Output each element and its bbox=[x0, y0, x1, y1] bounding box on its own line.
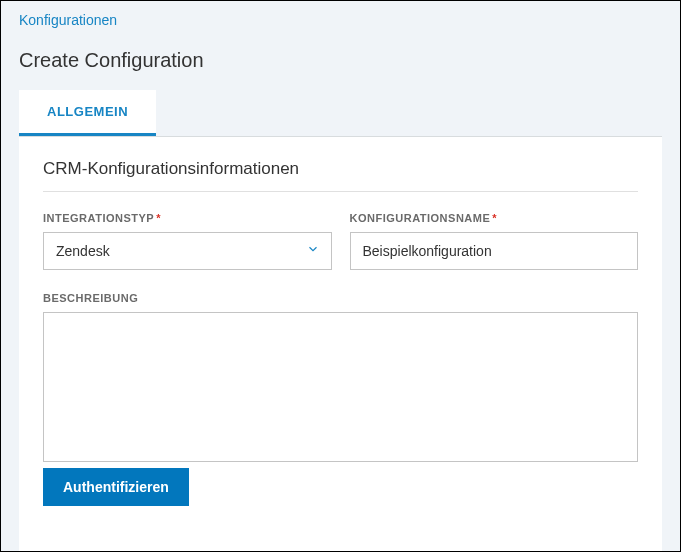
field-integration-type: INTEGRATIONSTYP* bbox=[43, 212, 332, 270]
select-integration-type[interactable] bbox=[43, 232, 332, 270]
label-description: BESCHREIBUNG bbox=[43, 292, 638, 304]
label-integration-type: INTEGRATIONSTYP* bbox=[43, 212, 332, 224]
input-config-name[interactable] bbox=[350, 232, 639, 270]
field-description: BESCHREIBUNG bbox=[43, 292, 638, 462]
section-title: CRM-Konfigurationsinformationen bbox=[43, 159, 638, 192]
required-marker: * bbox=[492, 212, 497, 224]
tab-general[interactable]: ALLGEMEIN bbox=[19, 90, 156, 136]
field-config-name: KONFIGURATIONSNAME* bbox=[350, 212, 639, 270]
breadcrumb-link-configurations[interactable]: Konfigurationen bbox=[19, 12, 117, 28]
required-marker: * bbox=[156, 212, 161, 224]
authenticate-button[interactable]: Authentifizieren bbox=[43, 468, 189, 506]
tabs: ALLGEMEIN bbox=[19, 90, 662, 137]
label-config-name: KONFIGURATIONSNAME* bbox=[350, 212, 639, 224]
panel-general: CRM-Konfigurationsinformationen INTEGRAT… bbox=[19, 137, 662, 552]
page-title: Create Configuration bbox=[19, 49, 662, 72]
breadcrumb: Konfigurationen bbox=[19, 9, 662, 31]
textarea-description[interactable] bbox=[43, 312, 638, 462]
